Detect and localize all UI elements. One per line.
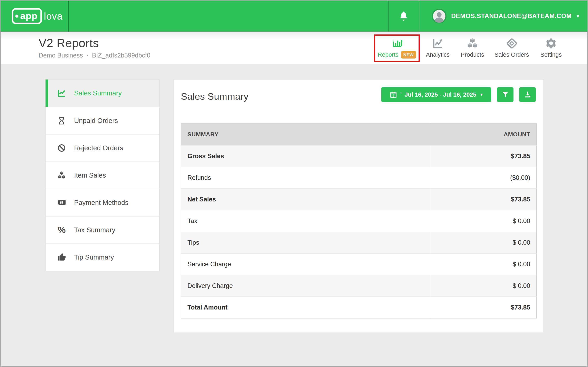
chevron-down-icon: ▾ xyxy=(480,92,483,97)
page-header: V2 Reports Demo Business • BIZ_adfs2b599… xyxy=(1,32,587,64)
notifications-button[interactable] xyxy=(388,1,419,32)
sidebar-item-label: Tax Summary xyxy=(74,226,115,234)
page-title: V2 Reports xyxy=(39,36,150,50)
applova-logo[interactable]: app lova xyxy=(1,1,69,32)
nav-item-sales-orders[interactable]: Sales Orders xyxy=(493,38,531,58)
main-nav: Reports NEW Analytics Products Sales Ord… xyxy=(376,32,565,64)
chevron-down-icon: ▾ xyxy=(577,13,579,19)
table-row: Service Charge $ 0.00 xyxy=(181,253,536,275)
logo-app-box: app xyxy=(12,8,42,24)
separator-dot: • xyxy=(86,53,88,58)
sales-summary-card: Sales Summary ` Jul 16, 2025 - Jul 16, 2… xyxy=(173,79,543,333)
row-amount: $ 0.00 xyxy=(430,210,536,232)
row-label: Service Charge xyxy=(181,253,430,275)
date-range-button[interactable]: ` Jul 16, 2025 - Jul 16, 2025 ▾ xyxy=(381,87,491,102)
table-row: Refunds ($0.00) xyxy=(181,167,536,189)
table-row: Net Sales $73.85 xyxy=(181,189,536,210)
table-row: Total Amount $73.85 xyxy=(181,297,536,318)
row-label: Net Sales xyxy=(181,189,430,210)
column-header-amount: AMOUNT xyxy=(430,124,536,145)
bar-chart-icon xyxy=(391,37,403,49)
business-info: Demo Business • BIZ_adfs2b599dbcf0 xyxy=(39,52,150,59)
tag-icon xyxy=(506,38,518,49)
card-actions: ` Jul 16, 2025 - Jul 16, 2025 ▾ xyxy=(381,87,536,102)
topbar-right: DEMOS.STANDALONE@BATEAM.COM ▾ xyxy=(388,1,587,32)
row-label: Gross Sales xyxy=(181,145,430,167)
percent-icon: % xyxy=(56,225,68,234)
hourglass-icon xyxy=(56,116,68,125)
trend-icon xyxy=(56,89,68,98)
sales-summary-table: SUMMARY AMOUNT Gross Sales $73.85 Refund… xyxy=(181,123,537,318)
business-id: BIZ_adfs2b599dbcf0 xyxy=(92,52,150,59)
cubes-icon xyxy=(56,171,68,180)
nav-label-products: Products xyxy=(461,51,484,58)
date-range-label: Jul 16, 2025 - Jul 16, 2025 xyxy=(405,91,476,98)
nav-item-products[interactable]: Products xyxy=(458,38,487,58)
funnel-icon xyxy=(502,91,509,99)
row-label: Total Amount xyxy=(181,297,430,318)
account-email: DEMOS.STANDALONE@BATEAM.COM xyxy=(451,12,572,20)
sidebar-item-tax-summary[interactable]: % Tax Summary xyxy=(45,216,159,243)
new-badge: NEW xyxy=(401,51,416,58)
filter-button[interactable] xyxy=(497,87,513,102)
sidebar-item-item-sales[interactable]: Item Sales xyxy=(45,161,159,189)
nav-label-sales-orders: Sales Orders xyxy=(494,51,529,58)
card-header: Sales Summary ` Jul 16, 2025 - Jul 16, 2… xyxy=(174,80,543,102)
banknote-icon xyxy=(56,198,68,207)
row-label: Tax xyxy=(181,210,430,232)
sidebar-item-label: Sales Summary xyxy=(74,89,122,97)
sidebar-item-unpaid-orders[interactable]: Unpaid Orders xyxy=(45,107,159,134)
table-row: Delivery Charge $ 0.00 xyxy=(181,275,536,297)
sidebar-item-label: Tip Summary xyxy=(74,253,114,261)
card-title: Sales Summary xyxy=(181,91,249,102)
top-app-bar: app lova DEMOS.STANDALONE@BATEAM.COM ▾ xyxy=(1,1,587,32)
row-amount: $73.85 xyxy=(430,189,536,210)
business-name: Demo Business xyxy=(39,52,83,59)
row-amount: $73.85 xyxy=(430,145,536,167)
row-label: Tips xyxy=(181,232,430,253)
sidebar-item-tip-summary[interactable]: Tip Summary xyxy=(45,243,159,271)
nav-label-reports: Reports xyxy=(378,51,398,58)
row-label: Refunds xyxy=(181,167,430,189)
download-button[interactable] xyxy=(519,87,536,102)
row-amount: $ 0.00 xyxy=(430,253,536,275)
gear-icon xyxy=(545,38,557,49)
cubes-icon xyxy=(467,38,478,49)
content-area: Sales Summary Unpaid Orders Rejected Ord… xyxy=(1,65,587,366)
row-label: Delivery Charge xyxy=(181,275,430,297)
row-amount: $ 0.00 xyxy=(430,275,536,297)
sidebar-item-payment-methods[interactable]: Payment Methods xyxy=(45,189,159,216)
sidebar-item-label: Unpaid Orders xyxy=(74,117,118,125)
row-amount: $ 0.00 xyxy=(430,232,536,253)
thumbs-up-icon xyxy=(56,253,68,262)
calendar-icon xyxy=(390,91,397,98)
avatar xyxy=(432,8,447,24)
date-tick: ` xyxy=(400,92,402,98)
nav-item-analytics[interactable]: Analytics xyxy=(424,38,452,58)
table-row: Tips $ 0.00 xyxy=(181,232,536,253)
download-icon xyxy=(523,91,532,99)
line-chart-icon xyxy=(432,38,444,49)
table-row: Gross Sales $73.85 xyxy=(181,145,536,167)
table-row: Tax $ 0.00 xyxy=(181,210,536,232)
sidebar-item-rejected-orders[interactable]: Rejected Orders xyxy=(45,134,159,161)
ban-icon xyxy=(56,144,68,152)
nav-label-analytics: Analytics xyxy=(426,51,450,58)
table-header-row: SUMMARY AMOUNT xyxy=(181,124,536,145)
nav-item-reports[interactable]: Reports NEW xyxy=(376,37,417,58)
row-amount: $73.85 xyxy=(430,297,536,318)
nav-label-settings: Settings xyxy=(540,51,562,58)
logo-lova-text: lova xyxy=(44,11,63,22)
title-block: V2 Reports Demo Business • BIZ_adfs2b599… xyxy=(39,36,150,59)
bell-icon xyxy=(398,11,409,21)
sidebar-item-sales-summary[interactable]: Sales Summary xyxy=(45,80,159,107)
sidebar-item-label: Item Sales xyxy=(74,171,106,179)
row-amount: ($0.00) xyxy=(430,167,536,189)
sidebar-item-label: Payment Methods xyxy=(74,199,129,207)
nav-item-settings[interactable]: Settings xyxy=(537,38,565,58)
account-menu[interactable]: DEMOS.STANDALONE@BATEAM.COM ▾ xyxy=(419,1,587,32)
report-sidebar: Sales Summary Unpaid Orders Rejected Ord… xyxy=(45,79,160,271)
column-header-summary: SUMMARY xyxy=(181,124,430,145)
sidebar-item-label: Rejected Orders xyxy=(74,144,123,152)
